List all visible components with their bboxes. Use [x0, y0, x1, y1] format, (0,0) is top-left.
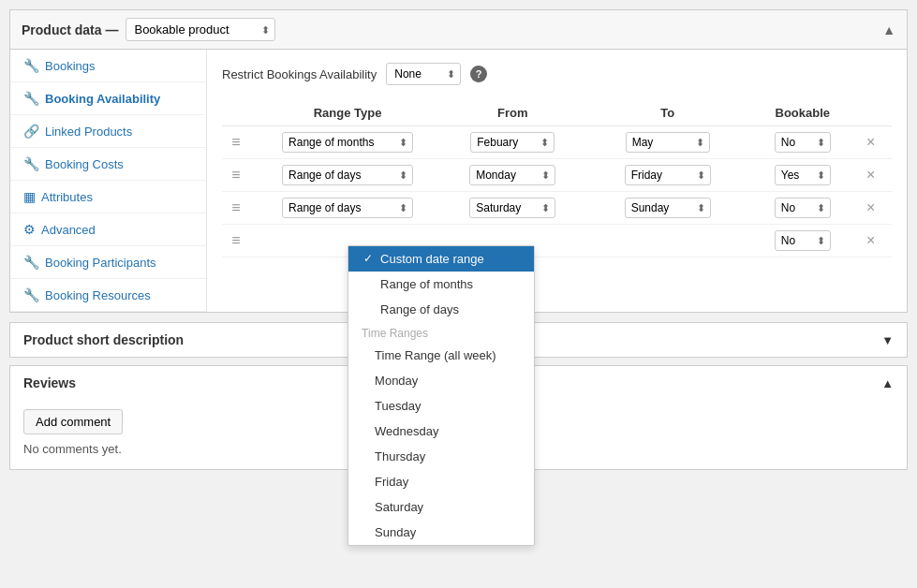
range-type-select-wrapper: Range of months Range of days Custom dat…: [282, 165, 413, 185]
range-type-select-wrapper: Range of months Range of days Custom dat…: [282, 198, 413, 218]
dropdown-item-custom-date-range[interactable]: ✓ Custom date range: [348, 246, 534, 272]
table-row: ≡ Range of months Range of days Custom d…: [222, 159, 892, 192]
sidebar-item-attributes[interactable]: ▦ Attributes: [10, 181, 206, 213]
dropdown-item-tuesday[interactable]: Tuesday: [348, 393, 534, 419]
restrict-select[interactable]: None All Custom: [386, 63, 461, 85]
to-cell: Monday Tuesday Wednesday Thursday Friday…: [600, 159, 735, 192]
bookable-select-wrapper: Yes No: [775, 132, 831, 153]
to-arrow-cell: [735, 225, 755, 257]
bookable-cell: Yes No: [755, 126, 850, 159]
range-type-cell: Range of months Range of days Custom dat…: [250, 159, 445, 192]
advanced-icon: ⚙: [23, 222, 36, 237]
dropdown-item-label: Thursday: [375, 449, 425, 463]
bookable-select-wrapper: Yes No: [775, 230, 831, 251]
from-select[interactable]: Monday Tuesday Wednesday Thursday Friday…: [469, 198, 555, 218]
sidebar-item-booking-participants[interactable]: 🔧 Booking Participants: [10, 246, 206, 279]
range-type-select[interactable]: Range of months Range of days Custom dat…: [282, 132, 413, 153]
drag-handle-icon[interactable]: ≡: [231, 167, 240, 183]
table-row: ≡ Range of months Range of days Custom d…: [222, 126, 892, 159]
drag-handle-icon[interactable]: ≡: [231, 199, 240, 215]
sidebar-item-advanced[interactable]: ⚙ Advanced: [10, 213, 206, 246]
dropdown-item-label: Tuesday: [375, 399, 421, 413]
dropdown-item-wednesday[interactable]: Wednesday: [348, 419, 534, 444]
col-from-arrow: [580, 100, 599, 126]
bookable-select[interactable]: Yes No: [775, 132, 831, 153]
bookable-select[interactable]: Yes No: [775, 165, 831, 185]
dropdown-item-label: Friday: [375, 475, 408, 489]
drag-handle-cell: ≡: [222, 192, 250, 225]
reviews-title: Reviews: [23, 375, 76, 390]
collapse-product-data-btn[interactable]: ▲: [882, 22, 895, 37]
product-short-description-title: Product short description: [23, 332, 184, 347]
remove-cell: ×: [850, 159, 892, 192]
bookable-select-wrapper: Yes No: [775, 198, 831, 218]
drag-handle-cell: ≡: [222, 126, 250, 159]
dropdown-item-monday[interactable]: Monday: [348, 368, 534, 393]
range-type-cell-dropdown: ✓ Custom date range Range of months: [250, 225, 445, 257]
dropdown-item-friday[interactable]: Friday: [348, 469, 534, 494]
remove-row-btn[interactable]: ×: [863, 232, 879, 249]
bookable-select[interactable]: Yes No: [775, 198, 831, 218]
dropdown-item-label: Range of months: [380, 277, 473, 291]
add-comment-btn[interactable]: Add comment: [23, 409, 123, 434]
sidebar-item-booking-resources[interactable]: 🔧 Booking Resources: [10, 279, 206, 312]
from-cell: Monday Tuesday Wednesday Thursday Friday…: [445, 159, 580, 192]
to-cell: January Febuary March April May: [600, 126, 735, 159]
availability-table: Range Type From To Bookable: [222, 100, 892, 257]
drag-handle-icon[interactable]: ≡: [231, 134, 240, 150]
table-row: ≡ ✓ Custom date range: [222, 225, 892, 257]
col-drag: [222, 100, 250, 126]
product-data-body: 🔧 Bookings 🔧 Booking Availability 🔗 Link…: [10, 50, 907, 312]
booking-participants-icon: 🔧: [23, 255, 39, 270]
page-wrapper: Product data — Bookable product Simple p…: [0, 0, 917, 588]
dropdown-item-sunday[interactable]: Sunday: [348, 520, 534, 545]
range-type-select[interactable]: Range of months Range of days Custom dat…: [282, 198, 413, 218]
from-select[interactable]: Monday Tuesday Wednesday Thursday Friday…: [469, 165, 555, 185]
dropdown-item-label: Monday: [375, 374, 418, 388]
to-select[interactable]: Monday Tuesday Wednesday Thursday Friday…: [625, 165, 711, 185]
info-icon[interactable]: ?: [470, 66, 487, 82]
drag-handle-cell: ≡: [222, 159, 250, 192]
from-select[interactable]: January Febuary March April May: [470, 132, 555, 153]
sidebar-item-attributes-label: Attributes: [41, 190, 93, 204]
to-select[interactable]: Monday Tuesday Wednesday Thursday Friday…: [625, 198, 711, 218]
check-icon: ✓: [362, 252, 375, 265]
dropdown-item-range-of-months[interactable]: Range of months: [348, 272, 534, 297]
dropdown-item-label: Saturday: [375, 500, 423, 514]
remove-row-btn[interactable]: ×: [863, 167, 879, 184]
sidebar: 🔧 Bookings 🔧 Booking Availability 🔗 Link…: [10, 50, 207, 312]
remove-row-btn[interactable]: ×: [863, 199, 879, 216]
to-select[interactable]: January Febuary March April May: [626, 132, 710, 153]
dropdown-item-range-of-days[interactable]: Range of days: [348, 297, 534, 322]
booking-costs-icon: 🔧: [23, 156, 39, 171]
sidebar-item-linked-products[interactable]: 🔗 Linked Products: [10, 115, 206, 148]
drag-handle-cell: ≡: [222, 225, 250, 257]
booking-resources-icon: 🔧: [23, 287, 39, 302]
from-arrow-cell: [580, 225, 599, 257]
from-select-wrapper: January Febuary March April May: [470, 132, 555, 153]
drag-handle-icon[interactable]: ≡: [231, 232, 240, 248]
collapse-reviews-icon: ▲: [881, 376, 894, 390]
remove-cell: ×: [850, 126, 892, 159]
sidebar-item-booking-costs[interactable]: 🔧 Booking Costs: [10, 148, 206, 181]
dropdown-item-saturday[interactable]: Saturday: [348, 494, 534, 520]
col-bookable: Bookable: [755, 100, 850, 126]
col-remove: [850, 100, 892, 126]
to-cell-empty: [600, 225, 735, 257]
to-select-wrapper: January Febuary March April May: [626, 132, 710, 153]
product-type-select[interactable]: Bookable product Simple product Variable…: [126, 18, 275, 41]
dropdown-item-thursday[interactable]: Thursday: [348, 444, 534, 469]
range-type-cell: Range of months Range of days Custom dat…: [250, 126, 445, 159]
sidebar-item-bookings[interactable]: 🔧 Bookings: [10, 50, 206, 82]
sidebar-item-booking-resources-label: Booking Resources: [45, 288, 151, 302]
to-select-wrapper: Monday Tuesday Wednesday Thursday Friday…: [625, 198, 711, 218]
sidebar-item-booking-availability[interactable]: 🔧 Booking Availability: [10, 82, 206, 115]
col-to: To: [600, 100, 735, 126]
bookable-cell: Yes No: [755, 159, 850, 192]
dropdown-item-time-range-all-week[interactable]: Time Range (all week): [348, 343, 534, 368]
range-type-select[interactable]: Range of months Range of days Custom dat…: [282, 165, 413, 185]
from-cell: January Febuary March April May: [445, 126, 580, 159]
bookable-select[interactable]: Yes No: [775, 230, 831, 251]
from-select-wrapper: Monday Tuesday Wednesday Thursday Friday…: [469, 165, 555, 185]
remove-row-btn[interactable]: ×: [863, 134, 879, 151]
